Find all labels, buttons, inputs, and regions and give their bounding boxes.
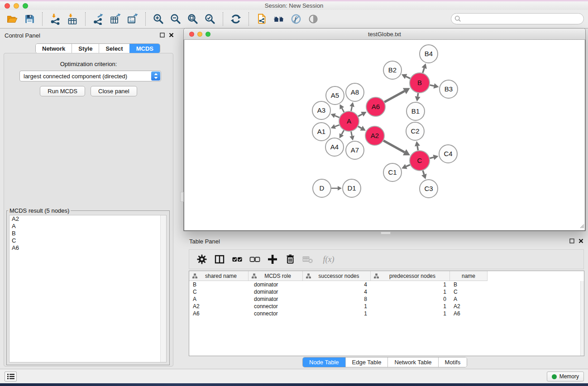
tab-network-table[interactable]: Network Table	[387, 357, 438, 367]
graph-edge[interactable]	[418, 93, 418, 97]
column-header[interactable]: MCDS role	[249, 271, 303, 281]
graph-edge[interactable]	[335, 125, 339, 127]
zoom-selected-button[interactable]	[201, 11, 219, 27]
run-mcds-button[interactable]: Run MCDS	[40, 86, 85, 96]
tab-node-table[interactable]: Node Table	[303, 357, 345, 367]
graph-edge[interactable]	[351, 132, 352, 136]
close-panel-button[interactable]: Close panel	[91, 86, 137, 96]
network-close-icon[interactable]	[189, 32, 194, 37]
graph-edge[interactable]	[351, 106, 352, 111]
export-network-button[interactable]	[90, 11, 107, 27]
memory-label: Memory	[559, 373, 579, 380]
table-settings-gear-button[interactable]	[195, 252, 209, 267]
graph-edge[interactable]	[342, 108, 344, 112]
mcds-result-item[interactable]: A2	[10, 215, 166, 223]
tab-mcds[interactable]: MCDS	[129, 44, 160, 53]
graph-edge[interactable]	[342, 130, 344, 134]
graph-edge[interactable]	[383, 141, 405, 152]
table-cell: A2	[450, 303, 488, 310]
refresh-button[interactable]	[227, 11, 244, 27]
column-header[interactable]: shared name	[189, 271, 249, 281]
mcds-result-item[interactable]: B	[10, 230, 166, 237]
import-table-button[interactable]	[64, 11, 81, 27]
network-window-titlebar[interactable]: testGlobe.txt	[184, 29, 585, 40]
tab-edge-table[interactable]: Edge Table	[345, 357, 388, 367]
mcds-result-list[interactable]: A2ABCA6	[9, 215, 167, 362]
close-panel-icon[interactable]	[578, 238, 583, 245]
table-tabs: Node TableEdge TableNetwork TableMotifs	[302, 357, 467, 367]
open-file-button[interactable]	[4, 11, 21, 27]
table-row[interactable]: A2connector11A2	[189, 303, 584, 310]
float-panel-icon[interactable]	[160, 32, 165, 39]
mcds-result-item[interactable]: C	[10, 237, 166, 244]
column-header[interactable]: name	[450, 271, 488, 281]
mcds-result-item[interactable]: A6	[10, 244, 166, 252]
memory-button[interactable]: Memory	[547, 372, 584, 381]
add-row-icon	[267, 253, 278, 265]
minimize-window-icon[interactable]	[14, 3, 19, 9]
tab-motifs[interactable]: Motifs	[438, 357, 467, 367]
column-header[interactable]: predecessor nodes	[371, 271, 450, 281]
zoom-out-icon	[170, 13, 182, 25]
table-row[interactable]: Bdominator41B	[189, 281, 584, 288]
delete-row-button[interactable]	[283, 252, 297, 267]
select-all-rows-button[interactable]	[230, 252, 244, 267]
graph-edge[interactable]	[406, 165, 410, 167]
graph-edge[interactable]	[406, 76, 410, 78]
new-network-from-selection-button[interactable]	[253, 11, 270, 27]
show-hide-panels-button[interactable]	[305, 11, 322, 27]
export-image-button[interactable]	[124, 11, 141, 27]
resize-grip-icon[interactable]	[578, 223, 584, 230]
tab-style[interactable]: Style	[72, 44, 99, 53]
zoom-out-button[interactable]	[167, 11, 184, 27]
table-scrollbar[interactable]	[580, 281, 584, 356]
search-field[interactable]	[451, 13, 584, 24]
deselect-all-rows-button[interactable]	[248, 252, 262, 267]
edge-arrowhead-icon	[338, 186, 342, 191]
tab-select[interactable]: Select	[99, 44, 129, 53]
graph-node-label: C3	[424, 185, 433, 192]
result-scrollbar[interactable]	[160, 215, 166, 362]
float-panel-icon[interactable]	[569, 238, 574, 245]
export-table-button[interactable]	[107, 11, 124, 27]
table-row[interactable]: A6connector11A6	[189, 310, 584, 317]
zoom-in-icon	[153, 13, 164, 25]
close-window-icon[interactable]	[5, 3, 10, 9]
column-header[interactable]: successor nodes	[303, 271, 371, 281]
zoom-in-button[interactable]	[150, 11, 167, 27]
split-divider-handle[interactable]	[180, 192, 184, 202]
task-history-button[interactable]	[5, 372, 17, 381]
tab-network[interactable]: Network	[36, 44, 72, 53]
graph-edge[interactable]	[335, 116, 339, 118]
graph-edge[interactable]	[417, 146, 418, 151]
home-button[interactable]	[270, 11, 287, 27]
window-controls[interactable]	[5, 3, 28, 9]
table-row[interactable]: Cdominator41C	[189, 288, 584, 295]
graph-edge[interactable]	[430, 157, 434, 158]
graph-edge[interactable]	[358, 126, 361, 128]
network-canvas[interactable]: B4B2BB3A8A5A6A3B1AC2A1A2A4A7C4CC1DD1C3	[184, 40, 585, 231]
network-minimize-icon[interactable]	[197, 32, 202, 37]
table-cell: A6	[189, 310, 249, 317]
criterion-dropdown[interactable]: largest connected component (directed)	[19, 71, 161, 81]
edge-arrowhead-icon	[415, 141, 420, 147]
table-cell: 1	[371, 281, 450, 288]
import-table-icon	[67, 13, 78, 25]
graph-edge[interactable]	[358, 114, 362, 116]
graph-edge[interactable]	[384, 91, 404, 102]
zoom-window-icon[interactable]	[23, 3, 28, 9]
graph-edge[interactable]	[423, 171, 424, 175]
save-session-button[interactable]	[21, 11, 38, 27]
graph-edge[interactable]	[430, 85, 434, 86]
network-zoom-icon[interactable]	[206, 32, 210, 37]
show-columns-button[interactable]	[212, 252, 227, 267]
close-panel-icon[interactable]	[169, 32, 174, 39]
add-row-button[interactable]	[265, 252, 280, 267]
zoom-fit-button[interactable]	[184, 11, 201, 27]
search-input[interactable]	[451, 13, 584, 24]
import-network-button[interactable]	[47, 11, 64, 27]
toggle-graphics-details-button[interactable]: f	[287, 11, 305, 27]
graph-edge[interactable]	[423, 68, 424, 73]
mcds-result-item[interactable]: A	[10, 223, 166, 230]
table-row[interactable]: Adominator80A	[189, 295, 584, 303]
